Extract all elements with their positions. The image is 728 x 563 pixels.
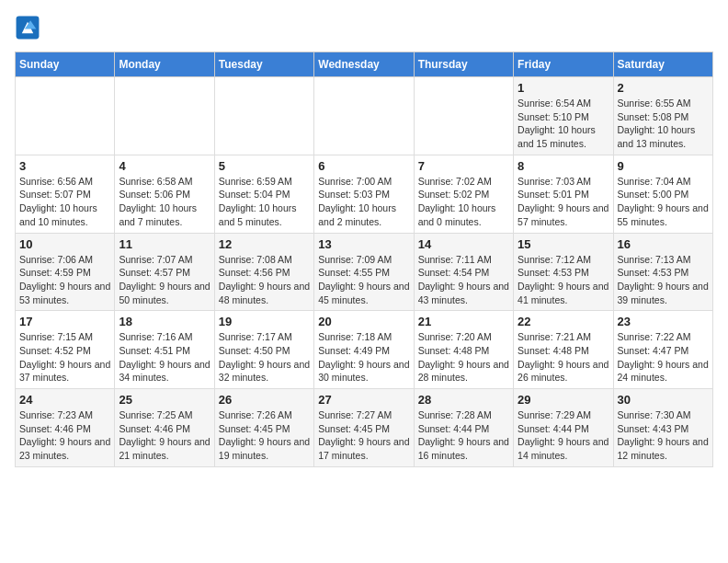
day-number: 1 [518,81,609,95]
day-number: 3 [19,159,110,173]
day-number: 23 [618,315,709,328]
day-number: 27 [318,393,409,407]
calendar-cell: 15Sunrise: 7:12 AM Sunset: 4:53 PM Dayli… [514,233,613,311]
day-number: 24 [19,393,110,407]
calendar-cell: 26Sunrise: 7:26 AM Sunset: 4:45 PM Dayli… [214,389,313,467]
day-detail: Sunrise: 7:29 AM Sunset: 4:44 PM Dayligh… [518,408,609,463]
day-number: 28 [418,393,509,407]
day-detail: Sunrise: 6:55 AM Sunset: 5:08 PM Dayligh… [618,97,709,151]
day-detail: Sunrise: 7:08 AM Sunset: 4:56 PM Dayligh… [219,253,310,307]
calendar-week-3: 10Sunrise: 7:06 AM Sunset: 4:59 PM Dayli… [16,233,713,311]
page-header [15,15,713,40]
calendar-cell: 3Sunrise: 6:56 AM Sunset: 5:07 PM Daylig… [16,155,115,233]
day-number: 25 [119,393,210,407]
calendar-cell: 4Sunrise: 6:58 AM Sunset: 5:06 PM Daylig… [115,155,214,233]
calendar-cell: 11Sunrise: 7:07 AM Sunset: 4:57 PM Dayli… [115,233,214,311]
day-detail: Sunrise: 7:00 AM Sunset: 5:03 PM Dayligh… [318,175,409,229]
day-detail: Sunrise: 7:22 AM Sunset: 4:47 PM Dayligh… [618,330,709,385]
calendar-week-2: 3Sunrise: 6:56 AM Sunset: 5:07 PM Daylig… [16,155,713,233]
calendar-cell: 27Sunrise: 7:27 AM Sunset: 4:45 PM Dayli… [314,389,414,467]
day-number: 21 [418,315,509,328]
day-detail: Sunrise: 7:18 AM Sunset: 4:49 PM Dayligh… [318,330,409,385]
day-number: 14 [418,237,509,251]
calendar-cell: 7Sunrise: 7:02 AM Sunset: 5:02 PM Daylig… [414,155,513,233]
day-detail: Sunrise: 7:04 AM Sunset: 5:00 PM Dayligh… [618,175,709,229]
column-header-monday: Monday [115,52,214,77]
calendar-week-4: 17Sunrise: 7:15 AM Sunset: 4:52 PM Dayli… [16,311,713,389]
calendar-cell: 22Sunrise: 7:21 AM Sunset: 4:48 PM Dayli… [514,311,613,389]
day-detail: Sunrise: 7:26 AM Sunset: 4:45 PM Dayligh… [219,408,310,463]
day-detail: Sunrise: 6:58 AM Sunset: 5:06 PM Dayligh… [119,175,210,229]
day-number: 20 [318,315,409,328]
day-detail: Sunrise: 7:11 AM Sunset: 4:54 PM Dayligh… [418,253,509,307]
day-number: 10 [19,237,110,251]
calendar-cell: 8Sunrise: 7:03 AM Sunset: 5:01 PM Daylig… [514,155,613,233]
calendar-cell: 28Sunrise: 7:28 AM Sunset: 4:44 PM Dayli… [414,389,513,467]
day-number: 2 [618,81,709,95]
day-detail: Sunrise: 7:20 AM Sunset: 4:48 PM Dayligh… [418,330,509,385]
day-detail: Sunrise: 7:15 AM Sunset: 4:52 PM Dayligh… [19,330,110,385]
day-number: 22 [518,315,609,328]
day-detail: Sunrise: 7:03 AM Sunset: 5:01 PM Dayligh… [518,175,609,229]
column-header-friday: Friday [514,52,613,77]
day-number: 6 [318,159,409,173]
calendar-cell: 12Sunrise: 7:08 AM Sunset: 4:56 PM Dayli… [214,233,313,311]
calendar-cell: 16Sunrise: 7:13 AM Sunset: 4:53 PM Dayli… [613,233,712,311]
column-header-thursday: Thursday [414,52,513,77]
day-detail: Sunrise: 7:23 AM Sunset: 4:46 PM Dayligh… [19,408,110,463]
calendar-cell: 20Sunrise: 7:18 AM Sunset: 4:49 PM Dayli… [314,311,414,389]
day-number: 18 [119,315,210,328]
day-number: 15 [518,237,609,251]
calendar-cell: 24Sunrise: 7:23 AM Sunset: 4:46 PM Dayli… [16,389,115,467]
calendar-week-1: 1Sunrise: 6:54 AM Sunset: 5:10 PM Daylig… [16,77,713,155]
day-detail: Sunrise: 7:02 AM Sunset: 5:02 PM Dayligh… [418,175,509,229]
day-number: 4 [119,159,210,173]
day-number: 17 [19,315,110,328]
day-detail: Sunrise: 7:06 AM Sunset: 4:59 PM Dayligh… [19,253,110,307]
calendar-cell: 21Sunrise: 7:20 AM Sunset: 4:48 PM Dayli… [414,311,513,389]
day-number: 30 [618,393,709,407]
day-number: 11 [119,237,210,251]
column-header-wednesday: Wednesday [314,52,414,77]
calendar-cell [414,77,513,155]
day-number: 16 [618,237,709,251]
day-detail: Sunrise: 7:07 AM Sunset: 4:57 PM Dayligh… [119,253,210,307]
day-number: 13 [318,237,409,251]
day-number: 9 [618,159,709,173]
logo-icon [15,15,40,40]
calendar-cell: 5Sunrise: 6:59 AM Sunset: 5:04 PM Daylig… [214,155,313,233]
calendar-cell: 18Sunrise: 7:16 AM Sunset: 4:51 PM Dayli… [115,311,214,389]
calendar-cell: 14Sunrise: 7:11 AM Sunset: 4:54 PM Dayli… [414,233,513,311]
calendar-week-5: 24Sunrise: 7:23 AM Sunset: 4:46 PM Dayli… [16,389,713,467]
day-number: 29 [518,393,609,407]
calendar-table: SundayMondayTuesdayWednesdayThursdayFrid… [15,52,713,467]
day-detail: Sunrise: 7:16 AM Sunset: 4:51 PM Dayligh… [119,330,210,385]
day-detail: Sunrise: 7:30 AM Sunset: 4:43 PM Dayligh… [618,408,709,463]
day-number: 26 [219,393,310,407]
day-detail: Sunrise: 7:21 AM Sunset: 4:48 PM Dayligh… [518,330,609,385]
day-number: 8 [518,159,609,173]
day-detail: Sunrise: 7:25 AM Sunset: 4:46 PM Dayligh… [119,408,210,463]
calendar-cell [214,77,313,155]
day-detail: Sunrise: 6:54 AM Sunset: 5:10 PM Dayligh… [518,97,609,151]
calendar-cell: 6Sunrise: 7:00 AM Sunset: 5:03 PM Daylig… [314,155,414,233]
day-detail: Sunrise: 6:59 AM Sunset: 5:04 PM Dayligh… [219,175,310,229]
day-detail: Sunrise: 7:28 AM Sunset: 4:44 PM Dayligh… [418,408,509,463]
day-number: 5 [219,159,310,173]
day-detail: Sunrise: 7:12 AM Sunset: 4:53 PM Dayligh… [518,253,609,307]
calendar-header-row: SundayMondayTuesdayWednesdayThursdayFrid… [16,52,713,77]
calendar-cell: 30Sunrise: 7:30 AM Sunset: 4:43 PM Dayli… [613,389,712,467]
calendar-cell: 29Sunrise: 7:29 AM Sunset: 4:44 PM Dayli… [514,389,613,467]
calendar-cell: 19Sunrise: 7:17 AM Sunset: 4:50 PM Dayli… [214,311,313,389]
calendar-cell [115,77,214,155]
day-number: 12 [219,237,310,251]
column-header-tuesday: Tuesday [214,52,313,77]
day-detail: Sunrise: 6:56 AM Sunset: 5:07 PM Dayligh… [19,175,110,229]
logo [15,15,44,40]
day-detail: Sunrise: 7:13 AM Sunset: 4:53 PM Dayligh… [618,253,709,307]
day-detail: Sunrise: 7:27 AM Sunset: 4:45 PM Dayligh… [318,408,409,463]
calendar-cell [16,77,115,155]
day-number: 7 [418,159,509,173]
day-number: 19 [219,315,310,328]
day-detail: Sunrise: 7:17 AM Sunset: 4:50 PM Dayligh… [219,330,310,385]
